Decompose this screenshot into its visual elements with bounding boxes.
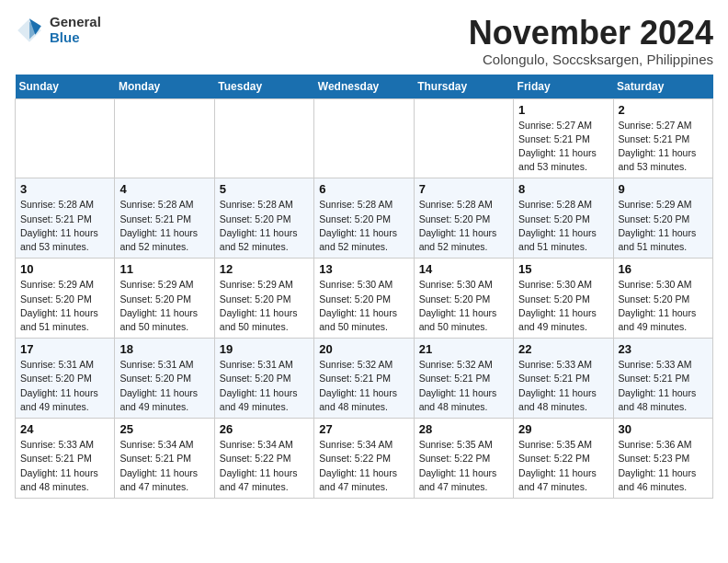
calendar-cell: 8Sunrise: 5:28 AM Sunset: 5:20 PM Daylig… <box>514 178 613 259</box>
day-info: Sunrise: 5:28 AM Sunset: 5:21 PM Dayligh… <box>119 198 209 254</box>
calendar-cell: 22Sunrise: 5:33 AM Sunset: 5:21 PM Dayli… <box>514 339 613 419</box>
day-number: 17 <box>20 342 109 356</box>
month-title: November 2024 <box>469 15 713 52</box>
day-number: 29 <box>518 422 608 436</box>
calendar-cell: 28Sunrise: 5:35 AM Sunset: 5:22 PM Dayli… <box>414 419 513 499</box>
day-info: Sunrise: 5:28 AM Sunset: 5:20 PM Dayligh… <box>220 198 309 254</box>
calendar-cell: 20Sunrise: 5:32 AM Sunset: 5:21 PM Dayli… <box>314 339 414 419</box>
calendar-week-row: 3Sunrise: 5:28 AM Sunset: 5:21 PM Daylig… <box>16 178 713 259</box>
calendar-cell: 25Sunrise: 5:34 AM Sunset: 5:21 PM Dayli… <box>115 419 214 499</box>
day-info: Sunrise: 5:29 AM Sunset: 5:20 PM Dayligh… <box>220 278 309 334</box>
day-info: Sunrise: 5:34 AM Sunset: 5:21 PM Dayligh… <box>119 438 209 494</box>
calendar-week-row: 24Sunrise: 5:33 AM Sunset: 5:21 PM Dayli… <box>16 419 713 499</box>
day-number: 26 <box>220 422 309 436</box>
day-info: Sunrise: 5:33 AM Sunset: 5:21 PM Dayligh… <box>20 438 109 494</box>
day-info: Sunrise: 5:28 AM Sunset: 5:21 PM Dayligh… <box>20 198 109 254</box>
day-info: Sunrise: 5:35 AM Sunset: 5:22 PM Dayligh… <box>419 438 508 494</box>
calendar-cell: 21Sunrise: 5:32 AM Sunset: 5:21 PM Dayli… <box>414 339 513 419</box>
day-info: Sunrise: 5:31 AM Sunset: 5:20 PM Dayligh… <box>20 358 109 414</box>
day-number: 27 <box>319 422 408 436</box>
day-info: Sunrise: 5:33 AM Sunset: 5:21 PM Dayligh… <box>619 358 708 414</box>
day-number: 4 <box>119 182 209 196</box>
day-number: 18 <box>119 342 209 356</box>
day-info: Sunrise: 5:29 AM Sunset: 5:20 PM Dayligh… <box>119 278 209 334</box>
calendar-cell: 5Sunrise: 5:28 AM Sunset: 5:20 PM Daylig… <box>214 178 313 259</box>
day-info: Sunrise: 5:28 AM Sunset: 5:20 PM Dayligh… <box>419 198 508 254</box>
day-number: 25 <box>119 422 209 436</box>
day-info: Sunrise: 5:29 AM Sunset: 5:20 PM Dayligh… <box>619 198 708 254</box>
calendar-cell <box>314 98 414 178</box>
day-info: Sunrise: 5:29 AM Sunset: 5:20 PM Dayligh… <box>20 278 109 334</box>
calendar-cell: 30Sunrise: 5:36 AM Sunset: 5:23 PM Dayli… <box>613 419 712 499</box>
calendar-cell: 26Sunrise: 5:34 AM Sunset: 5:22 PM Dayli… <box>214 419 313 499</box>
day-of-week-header: Monday <box>115 75 214 99</box>
calendar-cell: 19Sunrise: 5:31 AM Sunset: 5:20 PM Dayli… <box>214 339 313 419</box>
day-info: Sunrise: 5:30 AM Sunset: 5:20 PM Dayligh… <box>619 278 708 334</box>
calendar-cell: 12Sunrise: 5:29 AM Sunset: 5:20 PM Dayli… <box>214 259 313 339</box>
day-number: 7 <box>419 182 508 196</box>
day-number: 10 <box>20 262 109 276</box>
calendar-cell: 1Sunrise: 5:27 AM Sunset: 5:21 PM Daylig… <box>514 98 613 178</box>
day-info: Sunrise: 5:36 AM Sunset: 5:23 PM Dayligh… <box>619 438 708 494</box>
calendar-cell <box>16 98 115 178</box>
day-info: Sunrise: 5:30 AM Sunset: 5:20 PM Dayligh… <box>319 278 408 334</box>
day-number: 9 <box>619 182 708 196</box>
calendar-cell: 2Sunrise: 5:27 AM Sunset: 5:21 PM Daylig… <box>613 98 712 178</box>
day-number: 8 <box>518 182 608 196</box>
day-number: 15 <box>518 262 608 276</box>
day-number: 30 <box>619 422 708 436</box>
day-number: 28 <box>419 422 508 436</box>
calendar-cell: 10Sunrise: 5:29 AM Sunset: 5:20 PM Dayli… <box>16 259 115 339</box>
day-info: Sunrise: 5:28 AM Sunset: 5:20 PM Dayligh… <box>319 198 408 254</box>
day-number: 2 <box>619 103 708 117</box>
calendar-cell: 29Sunrise: 5:35 AM Sunset: 5:22 PM Dayli… <box>514 419 613 499</box>
day-number: 5 <box>220 182 309 196</box>
calendar-cell: 15Sunrise: 5:30 AM Sunset: 5:20 PM Dayli… <box>514 259 613 339</box>
calendar-cell: 17Sunrise: 5:31 AM Sunset: 5:20 PM Dayli… <box>16 339 115 419</box>
day-info: Sunrise: 5:27 AM Sunset: 5:21 PM Dayligh… <box>518 119 608 175</box>
calendar-cell: 3Sunrise: 5:28 AM Sunset: 5:21 PM Daylig… <box>16 178 115 259</box>
page-header: General Blue November 2024 Colongulo, So… <box>15 15 713 67</box>
logo-blue-text: Blue <box>50 30 101 46</box>
day-of-week-header: Sunday <box>16 75 115 99</box>
day-number: 19 <box>220 342 309 356</box>
day-info: Sunrise: 5:32 AM Sunset: 5:21 PM Dayligh… <box>419 358 508 414</box>
calendar-cell: 16Sunrise: 5:30 AM Sunset: 5:20 PM Dayli… <box>613 259 712 339</box>
day-number: 21 <box>419 342 508 356</box>
logo: General Blue <box>15 15 101 45</box>
calendar-cell: 14Sunrise: 5:30 AM Sunset: 5:20 PM Dayli… <box>414 259 513 339</box>
calendar-cell: 24Sunrise: 5:33 AM Sunset: 5:21 PM Dayli… <box>16 419 115 499</box>
calendar-week-row: 10Sunrise: 5:29 AM Sunset: 5:20 PM Dayli… <box>16 259 713 339</box>
calendar-week-row: 1Sunrise: 5:27 AM Sunset: 5:21 PM Daylig… <box>16 98 713 178</box>
calendar-cell: 18Sunrise: 5:31 AM Sunset: 5:20 PM Dayli… <box>115 339 214 419</box>
day-number: 6 <box>319 182 408 196</box>
calendar-cell: 23Sunrise: 5:33 AM Sunset: 5:21 PM Dayli… <box>613 339 712 419</box>
calendar-cell: 11Sunrise: 5:29 AM Sunset: 5:20 PM Dayli… <box>115 259 214 339</box>
day-info: Sunrise: 5:34 AM Sunset: 5:22 PM Dayligh… <box>319 438 408 494</box>
day-info: Sunrise: 5:31 AM Sunset: 5:20 PM Dayligh… <box>220 358 309 414</box>
day-of-week-header: Friday <box>514 75 613 99</box>
day-info: Sunrise: 5:32 AM Sunset: 5:21 PM Dayligh… <box>319 358 408 414</box>
calendar-cell: 13Sunrise: 5:30 AM Sunset: 5:20 PM Dayli… <box>314 259 414 339</box>
day-number: 20 <box>319 342 408 356</box>
day-number: 23 <box>619 342 708 356</box>
day-info: Sunrise: 5:27 AM Sunset: 5:21 PM Dayligh… <box>619 119 708 175</box>
title-block: November 2024 Colongulo, Soccsksargen, P… <box>469 15 713 67</box>
day-of-week-header: Thursday <box>414 75 513 99</box>
calendar-cell <box>115 98 214 178</box>
day-number: 16 <box>619 262 708 276</box>
location-text: Colongulo, Soccsksargen, Philippines <box>469 52 713 67</box>
day-info: Sunrise: 5:35 AM Sunset: 5:22 PM Dayligh… <box>518 438 608 494</box>
day-number: 22 <box>518 342 608 356</box>
day-info: Sunrise: 5:33 AM Sunset: 5:21 PM Dayligh… <box>518 358 608 414</box>
logo-general-text: General <box>50 15 101 30</box>
day-of-week-header: Wednesday <box>314 75 414 99</box>
day-number: 14 <box>419 262 508 276</box>
calendar-body: 1Sunrise: 5:27 AM Sunset: 5:21 PM Daylig… <box>16 98 713 498</box>
day-of-week-header: Tuesday <box>214 75 313 99</box>
logo-text: General Blue <box>50 15 101 45</box>
day-info: Sunrise: 5:30 AM Sunset: 5:20 PM Dayligh… <box>518 278 608 334</box>
logo-icon <box>15 16 44 45</box>
calendar-header-row: SundayMondayTuesdayWednesdayThursdayFrid… <box>16 75 713 99</box>
calendar-cell: 4Sunrise: 5:28 AM Sunset: 5:21 PM Daylig… <box>115 178 214 259</box>
